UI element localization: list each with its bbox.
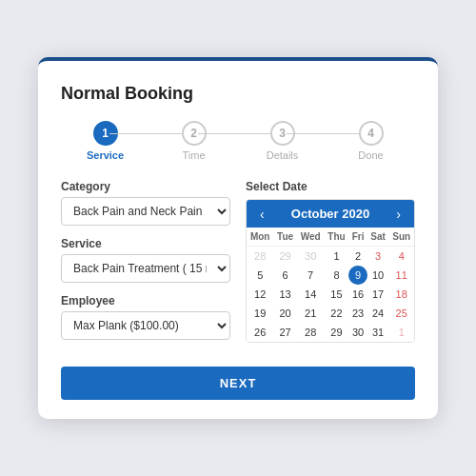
step-1-label: Service bbox=[87, 149, 124, 161]
col-fri: Fri bbox=[348, 228, 367, 247]
calendar-week-4: 2627282930311 bbox=[247, 323, 414, 342]
calendar-grid: Mon Tue Wed Thu Fri Sat Sun 282930123456… bbox=[247, 228, 414, 342]
employee-group: Employee Max Plank ($100.00) bbox=[61, 294, 230, 340]
step-4: 4 Done bbox=[327, 121, 415, 161]
booking-card: Normal Booking 1 Service 2 Time 3 Detail… bbox=[38, 57, 438, 419]
category-label: Category bbox=[61, 180, 230, 193]
calendar-day[interactable]: 8 bbox=[325, 266, 349, 285]
calendar-day[interactable]: 15 bbox=[325, 285, 349, 304]
calendar-prev-button[interactable]: ‹ bbox=[256, 208, 268, 221]
calendar-day[interactable]: 3 bbox=[367, 247, 389, 267]
step-4-circle: 4 bbox=[359, 121, 384, 146]
calendar-day[interactable]: 10 bbox=[367, 266, 389, 285]
calendar-day[interactable]: 17 bbox=[367, 285, 389, 304]
step-1-circle: 1 bbox=[93, 121, 118, 146]
steps-container: 1 Service 2 Time 3 Details 4 Done bbox=[61, 121, 415, 161]
calendar-week-0: 2829301234 bbox=[247, 247, 414, 267]
step-3-circle: 3 bbox=[270, 121, 295, 146]
service-label: Service bbox=[61, 237, 230, 250]
step-3-label: Details bbox=[267, 149, 299, 161]
calendar-day[interactable]: 22 bbox=[325, 304, 349, 323]
calendar-day[interactable]: 5 bbox=[247, 266, 273, 285]
calendar-week-3: 19202122232425 bbox=[247, 304, 414, 323]
step-4-label: Done bbox=[358, 149, 383, 161]
calendar-day[interactable]: 29 bbox=[325, 323, 349, 342]
service-select[interactable]: Back Pain Treatment ( 15 min ) bbox=[61, 254, 230, 283]
calendar-day[interactable]: 29 bbox=[273, 247, 296, 267]
calendar-day[interactable]: 24 bbox=[367, 304, 389, 323]
calendar-day[interactable]: 18 bbox=[388, 285, 414, 304]
calendar-day[interactable]: 4 bbox=[388, 247, 414, 267]
step-2: 2 Time bbox=[149, 121, 238, 161]
step-1: 1 Service bbox=[61, 121, 149, 161]
calendar-day[interactable]: 1 bbox=[325, 247, 349, 267]
calendar-day[interactable]: 30 bbox=[297, 247, 325, 267]
main-content: Category Back Pain and Neck Pain Service… bbox=[61, 180, 415, 351]
calendar-day[interactable]: 9 bbox=[348, 266, 367, 285]
calendar-week-1: 567891011 bbox=[247, 266, 414, 285]
calendar-body: 2829301234567891011121314151617181920212… bbox=[247, 247, 414, 343]
col-sun: Sun bbox=[388, 228, 414, 247]
next-button[interactable]: NEXT bbox=[61, 367, 415, 400]
service-group: Service Back Pain Treatment ( 15 min ) bbox=[61, 237, 230, 283]
calendar-day[interactable]: 6 bbox=[273, 266, 296, 285]
col-thu: Thu bbox=[325, 228, 349, 247]
calendar-day[interactable]: 12 bbox=[247, 285, 273, 304]
calendar-day[interactable]: 23 bbox=[348, 304, 367, 323]
calendar-day[interactable]: 11 bbox=[388, 266, 414, 285]
calendar-day[interactable]: 1 bbox=[388, 323, 414, 342]
calendar-day[interactable]: 16 bbox=[348, 285, 367, 304]
col-tue: Tue bbox=[273, 228, 296, 247]
employee-label: Employee bbox=[61, 294, 230, 307]
calendar-day[interactable]: 25 bbox=[388, 304, 414, 323]
calendar-month-year: October 2020 bbox=[291, 207, 369, 221]
calendar: ‹ October 2020 › Mon Tue Wed Thu Fri Sat bbox=[246, 199, 415, 343]
calendar-header: ‹ October 2020 › bbox=[247, 200, 414, 228]
calendar-day[interactable]: 13 bbox=[273, 285, 296, 304]
calendar-day[interactable]: 19 bbox=[247, 304, 273, 323]
calendar-days-header: Mon Tue Wed Thu Fri Sat Sun bbox=[247, 228, 414, 247]
card-title: Normal Booking bbox=[61, 84, 415, 104]
calendar-day[interactable]: 26 bbox=[247, 323, 273, 342]
calendar-day[interactable]: 20 bbox=[273, 304, 296, 323]
right-panel: Select Date ‹ October 2020 › Mon Tue Wed… bbox=[246, 180, 415, 351]
calendar-day[interactable]: 28 bbox=[297, 323, 325, 342]
step-2-circle: 2 bbox=[182, 121, 207, 146]
calendar-day[interactable]: 7 bbox=[297, 266, 325, 285]
col-mon: Mon bbox=[247, 228, 273, 247]
col-wed: Wed bbox=[297, 228, 325, 247]
category-group: Category Back Pain and Neck Pain bbox=[61, 180, 230, 226]
employee-select[interactable]: Max Plank ($100.00) bbox=[61, 311, 230, 340]
calendar-next-button[interactable]: › bbox=[392, 208, 405, 221]
calendar-day[interactable]: 31 bbox=[367, 323, 389, 342]
calendar-day[interactable]: 14 bbox=[297, 285, 325, 304]
calendar-day[interactable]: 21 bbox=[297, 304, 325, 323]
calendar-section-label: Select Date bbox=[246, 180, 415, 193]
calendar-day[interactable]: 28 bbox=[247, 247, 273, 267]
calendar-day[interactable]: 2 bbox=[348, 247, 367, 267]
category-select[interactable]: Back Pain and Neck Pain bbox=[61, 197, 230, 226]
calendar-week-2: 12131415161718 bbox=[247, 285, 414, 304]
left-panel: Category Back Pain and Neck Pain Service… bbox=[61, 180, 230, 351]
step-2-label: Time bbox=[182, 149, 205, 161]
step-3: 3 Details bbox=[238, 121, 327, 161]
calendar-day[interactable]: 27 bbox=[273, 323, 296, 342]
calendar-day[interactable]: 30 bbox=[348, 323, 367, 342]
col-sat: Sat bbox=[367, 228, 389, 247]
